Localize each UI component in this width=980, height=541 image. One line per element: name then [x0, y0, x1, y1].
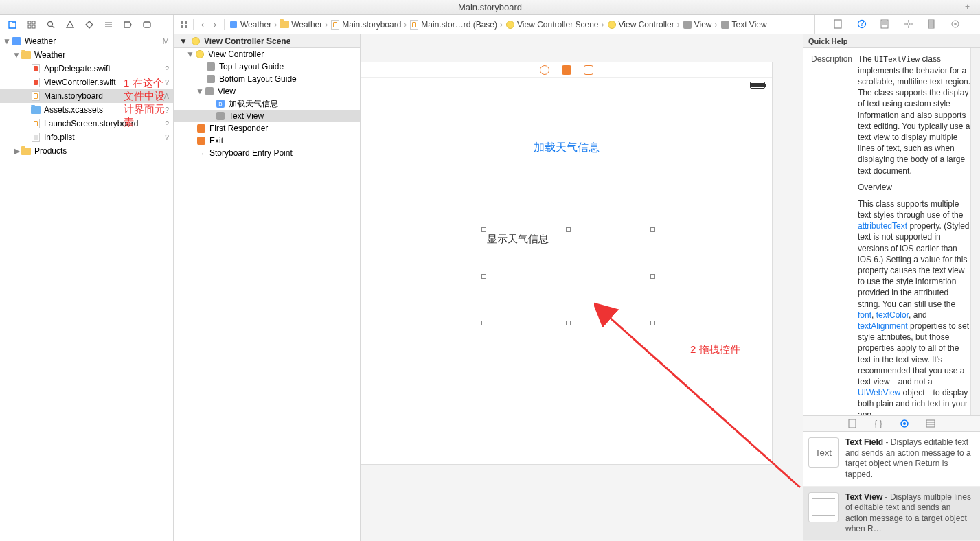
outline-exit[interactable]: Exit — [174, 135, 360, 147]
outline-bottom-guide[interactable]: Bottom Layout Guide — [174, 73, 360, 85]
crumb-view[interactable]: View — [681, 20, 714, 30]
quick-help-inspector-icon[interactable]: ? — [857, 19, 868, 30]
storyboard-canvas[interactable]: 加载天气信息 显示天气信息 2 拖拽控件 — [361, 34, 803, 541]
file-row[interactable]: Main.storyboardA — [0, 89, 173, 103]
svg-rect-27 — [12, 37, 21, 45]
link-uiwebview[interactable]: UIWebView — [858, 388, 900, 398]
resize-handle-se[interactable] — [650, 321, 655, 325]
crumb-project[interactable]: Weather — [227, 20, 273, 30]
group-row[interactable]: ▼ Weather — [0, 48, 173, 62]
products-group-row[interactable]: ▶ Products — [0, 144, 173, 158]
navigator-selector — [0, 15, 174, 34]
file-icon — [30, 104, 41, 115]
chevron-icon: › — [325, 20, 328, 30]
file-row[interactable]: Assets.xcassets? — [0, 103, 173, 117]
file-row[interactable]: Info.plist? — [0, 130, 173, 144]
outline-vc[interactable]: ▼ View Controller — [174, 48, 360, 60]
crumb-file[interactable]: Main.storyboard — [329, 20, 402, 30]
resize-handle-n[interactable] — [566, 227, 571, 232]
navigator-jumpbar-row: ‹ › Weather › Weather › Main.storyboard … — [0, 15, 980, 34]
first-responder-dock-icon[interactable] — [562, 65, 571, 75]
project-navigator: ▼ Weather M ▼ Weather AppDelegate.swift?… — [0, 34, 174, 541]
outline-entry-point[interactable]: → Storyboard Entry Point — [174, 147, 360, 159]
resize-handle-w[interactable] — [481, 274, 486, 279]
crumb-textview[interactable]: Text View — [719, 20, 768, 30]
library-item-textview[interactable]: Text View - Displays multiple lines of e… — [803, 487, 980, 541]
svg-rect-11 — [185, 21, 187, 24]
disclosure-icon[interactable]: ▼ — [3, 36, 11, 46]
description-text: The UITextView class implements the beha… — [858, 54, 973, 415]
description-label: Description — [810, 54, 858, 415]
file-template-library-icon[interactable] — [846, 417, 858, 430]
library-item-textfield[interactable]: Text Text Field - Displays editable text… — [803, 432, 980, 486]
project-navigator-icon[interactable] — [7, 19, 18, 30]
exit-dock-icon[interactable] — [584, 65, 593, 75]
inspector-selector: ? — [815, 15, 980, 34]
separator — [193, 19, 194, 30]
battery-icon — [750, 82, 765, 89]
link-textcolor[interactable]: textColor — [876, 310, 909, 320]
disclosure-icon[interactable]: ▼ — [196, 87, 204, 96]
outline-top-guide[interactable]: Top Layout Guide — [174, 60, 360, 73]
load-weather-button[interactable]: 加载天气信息 — [361, 93, 772, 169]
project-row[interactable]: ▼ Weather M — [0, 34, 173, 48]
resize-handle-e[interactable] — [650, 274, 655, 279]
svg-rect-1 — [32, 21, 35, 24]
crumb-group[interactable]: Weather — [278, 20, 323, 30]
breakpoint-navigator-icon[interactable] — [122, 19, 133, 30]
crumb-base[interactable]: Main.stor…rd (Base) — [408, 20, 499, 30]
issue-navigator-icon[interactable] — [65, 19, 76, 30]
back-button[interactable]: ‹ — [196, 19, 209, 31]
view-icon — [205, 87, 214, 95]
debug-navigator-icon[interactable] — [103, 19, 114, 30]
disclosure-icon[interactable]: ▼ — [12, 50, 21, 60]
link-textalignment[interactable]: textAlignment — [858, 321, 908, 331]
object-library-list[interactable]: Text Text Field - Displays editable text… — [803, 432, 980, 541]
connections-inspector-icon[interactable] — [950, 19, 961, 30]
svg-text:?: ? — [860, 19, 865, 28]
identity-inspector-icon[interactable] — [880, 19, 891, 30]
file-row[interactable]: ViewController.swift? — [0, 76, 173, 89]
resize-handle-ne[interactable] — [650, 227, 655, 232]
outline-first-responder[interactable]: First Responder — [174, 122, 360, 135]
resize-handle-s[interactable] — [566, 321, 571, 325]
resize-handle-nw[interactable] — [481, 227, 486, 232]
file-icon — [30, 63, 41, 74]
disclosure-icon[interactable]: ▶ — [12, 146, 21, 156]
outline-scene-header[interactable]: ▼ View Controller Scene — [174, 34, 360, 48]
file-inspector-icon[interactable] — [834, 19, 845, 30]
main-area: ▼ Weather M ▼ Weather AppDelegate.swift?… — [0, 34, 980, 541]
chevron-icon: › — [274, 20, 277, 30]
textview-content[interactable]: 显示天气信息 — [484, 230, 652, 323]
code-snippet-library-icon[interactable]: { } — [872, 417, 885, 430]
outline-button[interactable]: B 加载天气信息 — [174, 97, 360, 110]
outline-view[interactable]: ▼ View — [174, 85, 360, 97]
crumb-scene[interactable]: View Controller Scene — [504, 20, 600, 30]
crumb-vc[interactable]: View Controller — [606, 20, 676, 30]
add-tab-button[interactable]: + — [957, 0, 977, 14]
object-library-icon[interactable] — [898, 417, 911, 430]
symbol-navigator-icon[interactable] — [26, 19, 37, 30]
size-inspector-icon[interactable] — [927, 19, 938, 30]
media-library-icon[interactable] — [924, 417, 937, 430]
file-row[interactable]: AppDelegate.swift? — [0, 62, 173, 76]
find-navigator-icon[interactable] — [45, 19, 56, 30]
attributes-inspector-icon[interactable] — [904, 19, 915, 30]
forward-button[interactable]: › — [209, 19, 221, 31]
test-navigator-icon[interactable] — [84, 19, 95, 30]
report-navigator-icon[interactable] — [141, 19, 152, 30]
disclosure-icon[interactable]: ▼ — [186, 49, 194, 59]
svg-point-21 — [907, 23, 910, 25]
related-items-icon[interactable] — [178, 19, 190, 31]
link-font[interactable]: font — [858, 310, 871, 320]
file-row[interactable]: LaunchScreen.storyboard? — [0, 117, 173, 130]
resize-handle-sw[interactable] — [481, 321, 486, 325]
quick-help-body: Description The UITextView class impleme… — [803, 48, 980, 415]
disclosure-icon[interactable]: ▼ — [179, 36, 187, 46]
scrollbar[interactable] — [970, 48, 980, 415]
outline-textview[interactable]: Text View — [174, 110, 360, 122]
textview-selection[interactable]: 显示天气信息 — [484, 230, 652, 323]
svg-rect-14 — [230, 21, 237, 28]
link-attributedtext[interactable]: attributedText — [858, 221, 907, 231]
vc-dock-icon[interactable] — [540, 65, 549, 75]
